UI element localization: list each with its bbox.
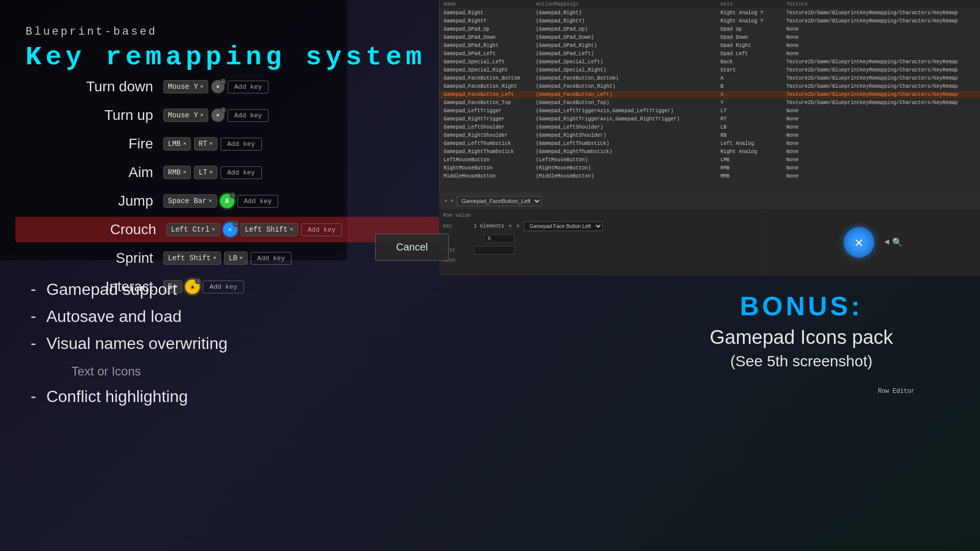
editor-cell-0[interactable]: Gamepad_DPad_Up bbox=[439, 26, 532, 34]
editor-cell-1[interactable]: (Gamepad_Special_Left) bbox=[532, 58, 717, 66]
editor-cell-1[interactable]: (Gamepad_LeftThumbstick) bbox=[532, 140, 717, 148]
editor-cell-2[interactable]: Right Analog bbox=[716, 148, 782, 156]
editor-cell-2[interactable]: RMB bbox=[716, 164, 782, 172]
add-key-btn-jump[interactable]: Add key bbox=[237, 195, 279, 208]
editor-cell-0[interactable]: Gamepad_Right bbox=[439, 9, 532, 17]
editor-cell-1[interactable]: (Gamepad_LeftTriggerAxis,Gamepad_LeftTri… bbox=[532, 107, 717, 115]
editor-table-row[interactable]: LeftMouseButton(LeftMouseButton)LMBNone bbox=[439, 156, 980, 164]
editor-cell-0[interactable]: Gamepad_FaceButton_Top bbox=[439, 99, 532, 107]
editor-cell-2[interactable]: Dpad Up bbox=[716, 26, 782, 34]
editor-cell-1[interactable]: (Gamepad_FaceButton_Bottom) bbox=[532, 74, 717, 83]
editor-cell-2[interactable]: Dpad Left bbox=[716, 50, 782, 58]
text-field-input[interactable] bbox=[474, 246, 514, 255]
editor-cell-0[interactable]: Gamepad_DPad_Right bbox=[439, 42, 532, 50]
key-badge-lmb[interactable]: LMB× bbox=[163, 137, 191, 151]
editor-cell-2[interactable]: MMB bbox=[716, 172, 782, 181]
editor-table-row[interactable]: Gamepad_Right(Gamepad_Right)Right Analog… bbox=[439, 9, 980, 17]
editor-table-row[interactable]: Gamepad_DPad_Left(Gamepad_DPad_Left)Dpad… bbox=[439, 50, 980, 58]
editor-cell-3[interactable]: Texture2D/Game/BlueprintKeyRemapping/Cha… bbox=[782, 9, 980, 17]
editor-cell-3[interactable]: Texture2D/Game/BlueprintKeyRemapping/Cha… bbox=[782, 91, 980, 99]
row-editor-minus[interactable]: × bbox=[451, 198, 454, 204]
editor-cell-1[interactable]: (Gamepad_DPad_Down) bbox=[532, 34, 717, 42]
editor-table-row[interactable]: Gamepad_Special_Right(Gamepad_Special_Ri… bbox=[439, 66, 980, 74]
key-select[interactable]: Gamepad Face Button Left bbox=[524, 221, 603, 231]
editor-cell-3[interactable]: None bbox=[782, 26, 980, 34]
editor-cell-2[interactable]: Start bbox=[716, 66, 782, 74]
editor-cell-1[interactable]: (Gamepad_RightY) bbox=[532, 17, 717, 26]
editor-cell-0[interactable]: Gamepad_RightThumbstick bbox=[439, 148, 532, 156]
editor-cell-3[interactable]: None bbox=[782, 42, 980, 50]
editor-cell-1[interactable]: (Gamepad_DPad_Left) bbox=[532, 50, 717, 58]
add-key-btn-aim[interactable]: Add key bbox=[220, 166, 262, 179]
editor-cell-3[interactable]: None bbox=[782, 34, 980, 42]
editor-table-row[interactable]: Gamepad_RightTrigger(Gamepad_RightTrigge… bbox=[439, 115, 980, 123]
editor-cell-3[interactable]: Texture2D/Game/BlueprintKeyRemapping/Cha… bbox=[782, 74, 980, 83]
editor-cell-2[interactable]: LB bbox=[716, 123, 782, 132]
editor-cell-3[interactable]: None bbox=[782, 140, 980, 148]
editor-table-row[interactable]: Gamepad_Special_Left(Gamepad_Special_Lef… bbox=[439, 58, 980, 66]
editor-cell-0[interactable]: LeftMouseButton bbox=[439, 156, 532, 164]
editor-table-row[interactable]: Gamepad_DPad_Right(Gamepad_DPad_Right)Dp… bbox=[439, 42, 980, 50]
gamepad-icon-jump[interactable]: A × bbox=[220, 194, 234, 208]
editor-cell-0[interactable]: Gamepad_RightY bbox=[439, 17, 532, 26]
editor-cell-2[interactable]: RT bbox=[716, 115, 782, 123]
editor-table-row[interactable]: MiddleMouseButton(MiddleMouseButton)MMBN… bbox=[439, 172, 980, 181]
editor-table-row[interactable]: Gamepad_RightShoulder(Gamepad_RightShoul… bbox=[439, 132, 980, 140]
row-editor-dropdown[interactable]: Gamepad_FaceButton_Left bbox=[457, 196, 542, 206]
editor-cell-0[interactable]: Gamepad_LeftShoulder bbox=[439, 123, 532, 132]
row-editor-plus[interactable]: + bbox=[444, 198, 448, 204]
editor-cell-1[interactable]: (MiddleMouseButton) bbox=[532, 172, 717, 181]
editor-cell-1[interactable]: (Gamepad_LeftShoulder) bbox=[532, 123, 717, 132]
editor-cell-0[interactable]: Gamepad_FaceButton_Left bbox=[439, 91, 532, 99]
key-badge-mousey[interactable]: Mouse Y× bbox=[163, 80, 208, 93]
editor-table-row[interactable]: Gamepad_FaceButton_Left(Gamepad_FaceButt… bbox=[439, 91, 980, 99]
editor-cell-0[interactable]: Gamepad_RightTrigger bbox=[439, 115, 532, 123]
editor-cell-0[interactable]: Gamepad_FaceButton_Right bbox=[439, 83, 532, 91]
elements-plus[interactable]: + bbox=[508, 223, 512, 230]
editor-cell-1[interactable]: (Gamepad_DPad_Right) bbox=[532, 42, 717, 50]
editor-table-row[interactable]: Gamepad_RightY(Gamepad_RightY)Right Anal… bbox=[439, 17, 980, 26]
key-badge-lt[interactable]: LT× bbox=[194, 166, 217, 179]
key-badge-rt[interactable]: RT× bbox=[194, 137, 217, 151]
editor-cell-3[interactable]: Texture2D/Game/BlueprintKeyRemapping/Cha… bbox=[782, 17, 980, 26]
editor-cell-1[interactable]: (Gamepad_FaceButton_Left) bbox=[532, 91, 717, 99]
editor-cell-1[interactable]: (Gamepad_FaceButton_Right) bbox=[532, 83, 717, 91]
editor-table-row[interactable]: Gamepad_DPad_Up(Gamepad_DPad_Up)Dpad UpN… bbox=[439, 26, 980, 34]
editor-cell-2[interactable]: Back bbox=[716, 58, 782, 66]
editor-cell-0[interactable]: Gamepad_Special_Left bbox=[439, 58, 532, 66]
editor-cell-1[interactable]: (Gamepad_RightShoulder) bbox=[532, 132, 717, 140]
editor-table-row[interactable]: Gamepad_LeftThumbstick(Gamepad_LeftThumb… bbox=[439, 140, 980, 148]
editor-cell-3[interactable]: Texture2D/Game/BlueprintKeyRemapping/Cha… bbox=[782, 58, 980, 66]
editor-cell-0[interactable]: RightMouseButton bbox=[439, 164, 532, 172]
add-key-btn-fire[interactable]: Add key bbox=[220, 138, 262, 151]
editor-cell-2[interactable]: Dpad Down bbox=[716, 34, 782, 42]
editor-cell-2[interactable]: Left Analog bbox=[716, 140, 782, 148]
editor-cell-3[interactable]: None bbox=[782, 164, 980, 172]
editor-table-row[interactable]: Gamepad_LeftTrigger(Gamepad_LeftTriggerA… bbox=[439, 107, 980, 115]
editor-cell-3[interactable]: Texture2D/Game/BlueprintKeyRemapping/Cha… bbox=[782, 83, 980, 91]
x-field[interactable] bbox=[484, 234, 514, 243]
cancel-button[interactable]: Cancel bbox=[375, 234, 449, 261]
editor-cell-3[interactable]: None bbox=[782, 50, 980, 58]
editor-cell-1[interactable]: (Gamepad_Special_Right) bbox=[532, 66, 717, 74]
key-badge-leftctrl[interactable]: Left Ctrl× bbox=[166, 223, 220, 236]
editor-cell-1[interactable]: (Gamepad_FaceButton_Top) bbox=[532, 99, 717, 107]
editor-cell-3[interactable]: None bbox=[782, 123, 980, 132]
editor-cell-2[interactable]: Right Analog Y bbox=[716, 17, 782, 26]
editor-cell-2[interactable]: Dpad Right bbox=[716, 42, 782, 50]
editor-cell-2[interactable]: B bbox=[716, 83, 782, 91]
gamepad-icon-turn-up[interactable]: ● × bbox=[211, 109, 225, 122]
editor-table-row[interactable]: Gamepad_LeftShoulder(Gamepad_LeftShoulde… bbox=[439, 123, 980, 132]
elements-minus[interactable]: × bbox=[516, 223, 520, 230]
editor-table-row[interactable]: Gamepad_RightThumbstick(Gamepad_RightThu… bbox=[439, 148, 980, 156]
key-badge-rmb[interactable]: RMB× bbox=[163, 166, 191, 179]
editor-cell-0[interactable]: Gamepad_Special_Right bbox=[439, 66, 532, 74]
key-badge-leftshift-crouch[interactable]: Left Shift× bbox=[240, 223, 298, 236]
editor-scroll-area[interactable]: Name ActionMappings Axis Texture Gamepad… bbox=[439, 0, 980, 181]
editor-cell-2[interactable]: A bbox=[716, 74, 782, 83]
editor-cell-2[interactable]: Right Analog Y bbox=[716, 9, 782, 17]
editor-cell-3[interactable]: Texture2D/Game/BlueprintKeyRemapping/Cha… bbox=[782, 99, 980, 107]
editor-cell-1[interactable]: (Gamepad_Right) bbox=[532, 9, 717, 17]
icon-arrow-left[interactable]: ◄ bbox=[885, 238, 890, 247]
editor-cell-3[interactable]: None bbox=[782, 115, 980, 123]
